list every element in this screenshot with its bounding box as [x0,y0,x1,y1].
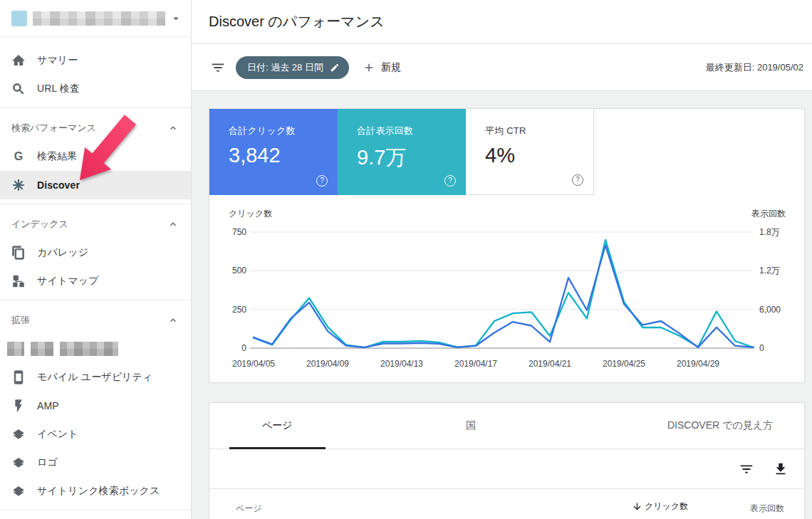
line-chart: 025050075006,0001.2万1.8万2019/04/052019/0… [209,202,804,384]
download-icon[interactable] [773,461,788,477]
svg-text:2019/04/25: 2019/04/25 [603,359,645,369]
metric-value: 3,842 [229,144,338,167]
page-header: Discover のパフォーマンス [192,0,812,44]
dimensions-panel: ページ 国 DISCOVER での見え方 ページ [209,402,805,519]
sidebar-item-label: サマリー [37,54,78,67]
sidebar-item-label: サイトマップ [37,275,99,288]
search-icon [11,82,26,96]
metric-cards: 合計クリック数 3,842 ? 合計表示回数 9.7万 ? 平均 CTR 4% … [209,109,804,195]
last-updated-text: 最終更新日: 2019/05/02 [706,61,803,74]
average-ctr-card[interactable]: 平均 CTR 4% ? [466,109,594,195]
redacted-text [7,342,118,356]
coverage-pages-icon [11,246,26,260]
date-filter-label: 日付: 過去 28 日間 [247,61,323,74]
pencil-icon [330,63,340,73]
home-icon [11,53,26,68]
smartphone-icon [11,370,26,384]
svg-text:2019/04/21: 2019/04/21 [529,359,571,369]
column-header-page[interactable]: ページ [236,503,262,515]
performance-chart: クリック数 表示回数 025050075006,0001.2万1.8万2019/… [209,202,804,384]
chevron-down-icon [170,12,182,25]
divider [0,510,191,510]
table-header-row: ページ クリック数 表示回数 [209,489,804,519]
layers-icon [11,427,26,441]
help-icon[interactable]: ? [572,174,583,186]
sidebar-item-label: AMP [37,400,59,411]
svg-text:1.8万: 1.8万 [759,227,780,237]
sidebar-item-coverage[interactable]: カバレッジ [0,238,191,267]
metric-value: 9.7万 [357,144,466,172]
total-clicks-card[interactable]: 合計クリック数 3,842 ? [209,109,338,195]
layers-icon [11,484,26,498]
sidebar-item-events[interactable]: イベント [0,420,191,449]
sidebar-item-mobile-usability[interactable]: モバイル ユーザビリティ [0,363,191,392]
sidebar-section-index[interactable]: インデックス [0,210,191,238]
sidebar-item-sitemaps[interactable]: サイトマップ [0,267,191,295]
tab-discover-appearance[interactable]: DISCOVER での見え方 [667,403,773,449]
svg-text:750: 750 [232,227,246,237]
sitemap-icon [11,274,26,288]
metric-label: 合計表示回数 [357,125,466,137]
table-toolbar [209,449,804,489]
content-area: 合計クリック数 3,842 ? 合計表示回数 9.7万 ? 平均 CTR 4% … [192,91,812,519]
sidebar-item-logo[interactable]: ロゴ [0,449,191,477]
new-filter-label: 新規 [381,61,401,74]
main-area: Discover のパフォーマンス 日付: 過去 28 日間 新規 最終更新日:… [192,0,812,519]
svg-text:1.2万: 1.2万 [759,266,780,276]
column-header-impressions[interactable]: 表示回数 [750,503,784,515]
svg-text:2019/04/13: 2019/04/13 [380,359,423,369]
filter-list-icon[interactable] [210,60,226,75]
date-filter-chip[interactable]: 日付: 過去 28 日間 [236,56,349,79]
sidebar-item-redacted[interactable] [0,335,191,363]
metric-value: 4% [485,144,593,167]
sidebar-item-label: イベント [37,428,78,441]
sort-descending-icon [632,501,642,512]
sidebar-item-summary[interactable]: サマリー [0,46,191,75]
redacted-property-name [33,11,165,26]
performance-panel: 合計クリック数 3,842 ? 合計表示回数 9.7万 ? 平均 CTR 4% … [209,108,805,383]
svg-text:2019/04/29: 2019/04/29 [677,359,719,369]
layers-icon [11,456,26,470]
column-header-clicks[interactable]: クリック数 [632,500,688,513]
svg-text:2019/04/05: 2019/04/05 [232,359,275,369]
sidebar-item-search-results[interactable]: G 検索結果 [0,142,191,171]
tab-countries[interactable]: 国 [466,403,476,449]
sidebar-item-label: URL 検査 [37,83,80,95]
svg-text:0: 0 [759,343,764,353]
new-filter-button[interactable]: 新規 [363,61,401,74]
svg-text:500: 500 [232,266,246,276]
sidebar-item-label: 検索結果 [37,150,77,163]
sidebar-item-url-inspection[interactable]: URL 検査 [0,75,191,103]
plus-icon [363,61,375,74]
svg-text:0: 0 [241,343,246,353]
sidebar-item-discover[interactable]: Discover [0,171,191,199]
sidebar-item-label: サイトリンク検索ボックス [37,485,160,498]
filter-bar: 日付: 過去 28 日間 新規 最終更新日: 2019/05/02 [192,44,812,91]
help-icon[interactable]: ? [444,175,456,187]
dimension-tabs: ページ 国 DISCOVER での見え方 [209,403,804,449]
svg-text:6,000: 6,000 [759,305,781,315]
google-g-icon: G [11,150,26,163]
sidebar-item-label: カバレッジ [37,246,88,259]
sidebar-item-amp[interactable]: AMP [0,392,191,420]
site-favicon [11,11,27,26]
sidebar-section-search-performance[interactable]: 検索パフォーマンス [0,114,191,142]
search-console-app: サマリー URL 検査 検索パフォーマンス G 検索結果 Discover イン… [0,0,812,519]
page-title: Discover のパフォーマンス [209,12,385,31]
sidebar-item-sitelinks-searchbox[interactable]: サイトリンク検索ボックス [0,477,191,505]
tab-pages[interactable]: ページ [262,403,293,449]
sidebar-item-label: Discover [37,179,80,191]
property-selector[interactable] [0,0,191,37]
svg-text:250: 250 [232,305,246,315]
help-icon[interactable]: ? [316,175,328,187]
total-impressions-card[interactable]: 合計表示回数 9.7万 ? [338,109,466,195]
svg-text:2019/04/17: 2019/04/17 [454,359,497,369]
chevron-up-icon [167,219,179,230]
lightning-bolt-icon [11,399,26,413]
metric-label: 合計クリック数 [229,125,338,137]
sidebar-item-label: ロゴ [37,456,58,469]
sidebar-section-enhancements[interactable]: 拡張 [0,306,191,335]
svg-text:2019/04/09: 2019/04/09 [306,359,349,369]
table-filter-icon[interactable] [739,461,754,477]
discover-asterisk-icon [11,178,26,192]
